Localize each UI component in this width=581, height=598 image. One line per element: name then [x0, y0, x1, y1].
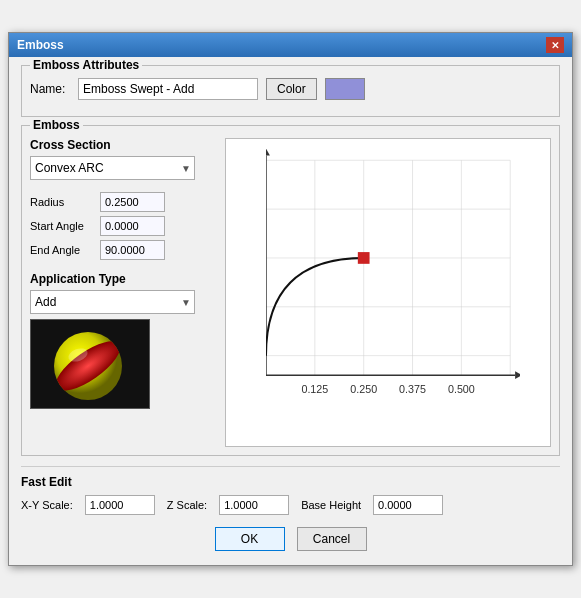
params-grid: Radius Start Angle End Angle — [30, 192, 215, 260]
fast-edit-label: Fast Edit — [21, 475, 560, 489]
end-angle-label: End Angle — [30, 244, 100, 256]
emboss-dialog: Emboss ✕ Emboss Attributes Name: Color E… — [8, 32, 573, 566]
dialog-title: Emboss — [17, 38, 64, 52]
emboss-attributes-group: Emboss Attributes Name: Color — [21, 65, 560, 117]
color-swatch[interactable] — [325, 78, 365, 100]
app-type-svg — [31, 320, 150, 409]
app-type-label: Application Type — [30, 272, 215, 286]
cancel-button[interactable]: Cancel — [297, 527, 367, 551]
fast-edit-row: X-Y Scale: Z Scale: Base Height — [21, 495, 560, 515]
name-label: Name: — [30, 82, 70, 96]
ok-button[interactable]: OK — [215, 527, 285, 551]
emboss-label: Emboss — [30, 118, 83, 132]
emboss-attributes-label: Emboss Attributes — [30, 58, 142, 72]
start-angle-input[interactable] — [100, 216, 165, 236]
dialog-body: Emboss Attributes Name: Color Emboss Cro… — [9, 57, 572, 565]
svg-marker-17 — [515, 371, 520, 379]
chart-svg: 0.500 0.375 0.250 0.125 0.125 0.250 0.37… — [266, 149, 520, 416]
color-button[interactable]: Color — [266, 78, 317, 100]
base-height-input[interactable] — [373, 495, 443, 515]
emboss-group: Emboss Cross Section Convex ARC Concave … — [21, 125, 560, 456]
radius-label: Radius — [30, 196, 100, 208]
emboss-left-panel: Cross Section Convex ARC Concave ARC Fla… — [30, 138, 215, 447]
svg-rect-27 — [358, 252, 370, 264]
close-button[interactable]: ✕ — [546, 37, 564, 53]
z-scale-input[interactable] — [219, 495, 289, 515]
title-bar: Emboss ✕ — [9, 33, 572, 57]
fast-edit-section: Fast Edit X-Y Scale: Z Scale: Base Heigh… — [21, 466, 560, 515]
app-type-dropdown[interactable]: Add Subtract Replace — [30, 290, 195, 314]
svg-text:0.375: 0.375 — [399, 383, 426, 395]
svg-text:0.125: 0.125 — [301, 383, 328, 395]
start-angle-label: Start Angle — [30, 220, 100, 232]
chart-area: 0.500 0.375 0.250 0.125 0.125 0.250 0.37… — [225, 138, 551, 447]
base-height-label: Base Height — [301, 499, 361, 511]
buttons-row: OK Cancel — [21, 527, 560, 555]
name-input[interactable] — [78, 78, 258, 100]
svg-text:0.250: 0.250 — [350, 383, 377, 395]
cross-section-dropdown[interactable]: Convex ARC Concave ARC Flat Ramp — [30, 156, 195, 180]
z-scale-label: Z Scale: — [167, 499, 207, 511]
app-type-dropdown-wrapper: Add Subtract Replace ▼ — [30, 290, 195, 314]
emboss-section: Cross Section Convex ARC Concave ARC Fla… — [30, 138, 551, 447]
attributes-row: Name: Color — [30, 78, 551, 100]
cross-section-label: Cross Section — [30, 138, 215, 152]
app-type-image — [30, 319, 150, 409]
cross-section-dropdown-wrapper: Convex ARC Concave ARC Flat Ramp ▼ — [30, 156, 195, 180]
radius-input[interactable] — [100, 192, 165, 212]
xy-scale-input[interactable] — [85, 495, 155, 515]
svg-marker-18 — [266, 149, 270, 155]
end-angle-input[interactable] — [100, 240, 165, 260]
svg-text:0.500: 0.500 — [448, 383, 475, 395]
xy-scale-label: X-Y Scale: — [21, 499, 73, 511]
